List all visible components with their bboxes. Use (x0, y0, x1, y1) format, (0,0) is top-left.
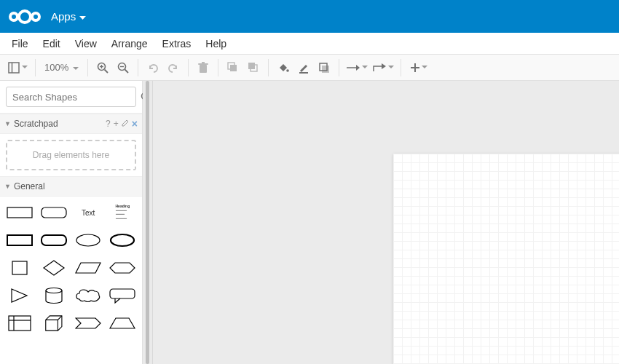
menu-bar: File Edit View Arrange Extras Help (0, 33, 619, 55)
sidebar-splitter[interactable] (143, 81, 153, 364)
svg-rect-36 (110, 289, 135, 298)
shape-diamond[interactable] (39, 258, 68, 278)
menu-arrange[interactable]: Arrange (104, 35, 155, 52)
collapse-icon: ▼ (4, 183, 11, 190)
apps-label: Apps (51, 10, 76, 23)
shape-triangle[interactable] (4, 285, 34, 306)
svg-point-19 (286, 69, 289, 72)
svg-point-0 (19, 11, 31, 23)
zoom-value: 100% (44, 62, 68, 73)
shape-ellipse-thick[interactable] (108, 230, 138, 250)
shape-rectangle[interactable] (4, 202, 34, 223)
to-front-button[interactable] (223, 58, 243, 78)
scratchpad-edit-icon[interactable] (122, 119, 129, 129)
shape-callout[interactable] (108, 285, 138, 306)
svg-rect-30 (7, 235, 32, 245)
shape-rectangle-thick[interactable] (4, 230, 34, 250)
shape-parallelogram[interactable] (74, 258, 103, 278)
search-shapes-input[interactable] (7, 92, 141, 103)
svg-point-32 (76, 234, 100, 246)
shape-cylinder[interactable] (39, 285, 68, 306)
undo-button[interactable] (143, 58, 163, 78)
shape-square[interactable] (4, 258, 34, 278)
svg-point-2 (32, 13, 39, 20)
waypoint-style-dropdown[interactable] (370, 58, 396, 78)
svg-rect-12 (200, 65, 207, 73)
toolbar: 100% (0, 55, 619, 81)
menu-file[interactable]: File (4, 35, 36, 52)
svg-rect-17 (248, 63, 255, 69)
app-topbar: Apps (0, 0, 619, 33)
svg-point-1 (10, 13, 17, 20)
scratchpad-title: Scratchpad (14, 119, 106, 129)
canvas-area[interactable] (153, 81, 619, 364)
apps-dropdown[interactable]: Apps (51, 10, 86, 23)
general-title: General (14, 181, 138, 191)
svg-line-10 (125, 69, 129, 73)
shadow-button[interactable] (314, 58, 334, 78)
shape-textbox[interactable]: Heading━━━━━━━━━━━━━━ (108, 202, 138, 223)
to-back-button[interactable] (243, 58, 264, 78)
view-mode-dropdown[interactable] (4, 58, 31, 78)
search-shapes-box (6, 87, 136, 107)
shapes-palette: Text Heading━━━━━━━━━━━━━━ (0, 197, 142, 339)
menu-edit[interactable]: Edit (36, 35, 68, 52)
svg-rect-31 (42, 235, 66, 245)
scratchpad-close-icon[interactable]: × (132, 118, 138, 130)
shape-internal-storage[interactable] (4, 313, 34, 333)
fill-color-button[interactable] (273, 58, 293, 78)
svg-rect-28 (7, 207, 32, 218)
nextcloud-logo (7, 8, 42, 25)
menu-view[interactable]: View (68, 35, 104, 52)
connection-style-dropdown[interactable] (344, 58, 370, 78)
shape-cube[interactable] (39, 313, 68, 333)
delete-button[interactable] (193, 58, 213, 78)
svg-rect-15 (230, 65, 237, 71)
scratchpad-help-icon[interactable]: ? (106, 119, 111, 129)
scratchpad-dropzone[interactable]: Drag elements here (6, 140, 136, 170)
scratchpad-hint: Drag elements here (33, 150, 109, 160)
zoom-out-button[interactable] (113, 58, 133, 78)
shape-ellipse[interactable] (74, 230, 103, 250)
shape-cloud[interactable] (74, 285, 103, 306)
collapse-icon: ▼ (4, 120, 11, 127)
shape-step[interactable] (74, 313, 103, 333)
logo-icon (7, 8, 42, 25)
svg-rect-14 (202, 62, 205, 63)
insert-dropdown[interactable] (406, 58, 432, 78)
caret-down-icon (79, 10, 86, 23)
shape-trapezoid[interactable] (108, 313, 138, 333)
svg-rect-3 (9, 63, 19, 73)
svg-rect-34 (12, 261, 27, 274)
svg-rect-37 (9, 316, 31, 331)
shape-hexagon[interactable] (108, 258, 138, 278)
scratchpad-add-icon[interactable]: + (114, 119, 119, 129)
scratchpad-header[interactable]: ▼ Scratchpad ? + × (0, 114, 142, 134)
zoom-in-button[interactable] (92, 58, 113, 78)
general-header[interactable]: ▼ General (0, 176, 142, 197)
diagram-page[interactable] (393, 154, 619, 364)
line-color-button[interactable] (293, 58, 314, 78)
shape-rounded-rectangle-thick[interactable] (39, 230, 68, 250)
redo-button[interactable] (163, 58, 184, 78)
shape-rounded-rectangle[interactable] (39, 202, 68, 223)
svg-point-33 (111, 234, 134, 246)
svg-line-6 (105, 69, 109, 73)
menu-extras[interactable]: Extras (155, 35, 199, 52)
svg-rect-22 (322, 66, 329, 73)
svg-rect-29 (42, 207, 66, 218)
svg-point-35 (46, 288, 62, 293)
zoom-dropdown[interactable]: 100% (40, 62, 83, 73)
shape-text[interactable]: Text (74, 202, 103, 223)
shapes-sidebar: ▼ Scratchpad ? + × Drag elements here ▼ … (0, 81, 143, 364)
menu-help[interactable]: Help (198, 35, 234, 52)
caret-down-icon (73, 62, 79, 73)
svg-rect-13 (198, 63, 208, 65)
